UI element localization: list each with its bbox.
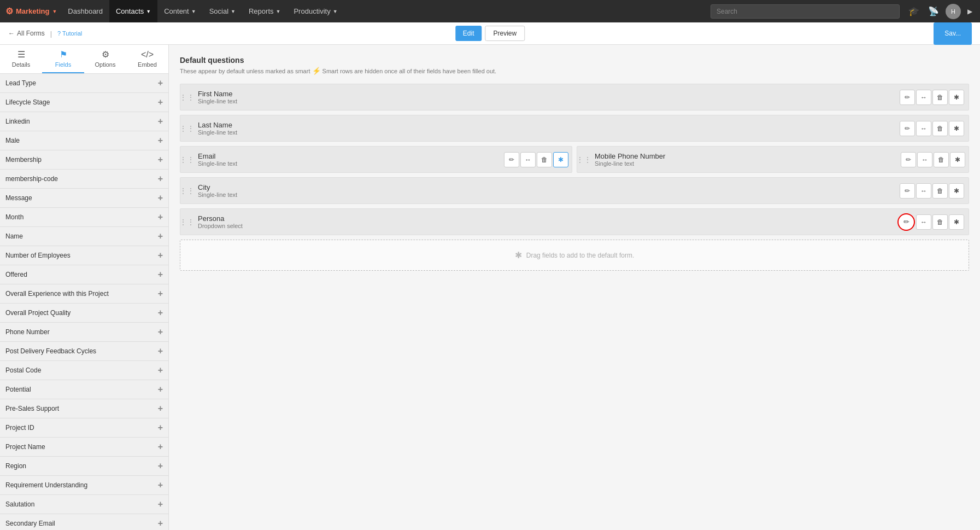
nav-dashboard[interactable]: Dashboard <box>61 0 109 22</box>
sidebar-item-4[interactable]: Membership+ <box>0 150 168 170</box>
star-email-button[interactable]: ✱ <box>553 152 568 167</box>
star-first-name-button[interactable]: ✱ <box>949 90 964 105</box>
save-button[interactable]: Sav... <box>934 22 972 45</box>
sidebar-item-plus-1[interactable]: + <box>158 97 163 107</box>
back-link[interactable]: ← All Forms <box>8 30 45 37</box>
nav-productivity[interactable]: Productivity ▼ <box>287 0 344 22</box>
nav-reports[interactable]: Reports ▼ <box>242 0 287 22</box>
sidebar-item-19[interactable]: Project Name+ <box>0 438 168 457</box>
sidebar-item-11[interactable]: Overall Experience with this Project+ <box>0 284 168 304</box>
brand-logo[interactable]: ⚙ Marketing ▼ <box>5 6 57 16</box>
sidebar-item-plus-15[interactable]: + <box>158 365 163 375</box>
nav-social[interactable]: Social ▼ <box>203 0 242 22</box>
sidebar-item-1[interactable]: Lifecycle Stage+ <box>0 93 168 112</box>
tab-embed[interactable]: </> Embed <box>126 45 168 73</box>
expand-icon[interactable]: ▶ <box>965 5 975 18</box>
move-city-button[interactable]: ↔ <box>916 183 931 199</box>
sidebar-item-0[interactable]: Lead Type+ <box>0 74 168 93</box>
avatar[interactable]: H <box>946 4 961 19</box>
drag-handle-last-name[interactable]: ⋮⋮ <box>180 115 193 141</box>
drag-handle-city[interactable]: ⋮⋮ <box>180 178 193 203</box>
sidebar-item-label-22: Salutation <box>5 500 34 508</box>
nav-contacts[interactable]: Contacts ▼ <box>109 0 157 22</box>
sidebar-item-18[interactable]: Project ID+ <box>0 418 168 438</box>
sidebar-item-plus-16[interactable]: + <box>158 385 163 394</box>
drag-handle-persona[interactable]: ⋮⋮ <box>180 209 193 235</box>
edit-persona-button-highlighted[interactable]: ✏ <box>897 213 915 231</box>
search-input[interactable] <box>711 4 900 19</box>
sidebar-item-plus-11[interactable]: + <box>158 289 163 299</box>
preview-button[interactable]: Preview <box>485 26 525 41</box>
star-mobile-button[interactable]: ✱ <box>950 152 965 167</box>
sidebar-item-plus-2[interactable]: + <box>158 117 163 126</box>
sidebar-item-9[interactable]: Number of Employees+ <box>0 246 168 265</box>
notification-icon[interactable]: 📡 <box>926 4 941 19</box>
sidebar-item-14[interactable]: Post Delivery Feedback Cycles+ <box>0 342 168 361</box>
sidebar-item-plus-18[interactable]: + <box>158 423 163 433</box>
sidebar-item-8[interactable]: Name+ <box>0 227 168 246</box>
star-last-name-button[interactable]: ✱ <box>949 121 964 136</box>
star-city-button[interactable]: ✱ <box>949 183 964 199</box>
move-email-button[interactable]: ↔ <box>520 152 536 167</box>
sidebar-item-20[interactable]: Region+ <box>0 457 168 476</box>
sidebar-item-plus-12[interactable]: + <box>158 308 163 318</box>
sidebar-item-plus-3[interactable]: + <box>158 136 163 145</box>
edit-first-name-button[interactable]: ✏ <box>900 90 915 105</box>
move-persona-button[interactable]: ↔ <box>916 214 931 230</box>
tab-details[interactable]: ☰ Details <box>0 45 42 73</box>
delete-first-name-button[interactable]: 🗑 <box>932 90 948 105</box>
drag-handle-mobile[interactable]: ⋮⋮ <box>577 155 590 164</box>
sidebar-item-2[interactable]: Linkedin+ <box>0 112 168 131</box>
edit-city-button[interactable]: ✏ <box>900 183 915 199</box>
sidebar-item-13[interactable]: Phone Number+ <box>0 323 168 342</box>
graduation-icon[interactable]: 🎓 <box>906 4 922 19</box>
delete-email-button[interactable]: 🗑 <box>537 152 552 167</box>
sidebar-item-plus-7[interactable]: + <box>158 212 163 222</box>
sidebar-item-plus-22[interactable]: + <box>158 499 163 509</box>
sidebar-item-plus-13[interactable]: + <box>158 327 163 337</box>
sidebar-item-5[interactable]: membership-code+ <box>0 170 168 189</box>
sidebar-item-plus-10[interactable]: + <box>158 270 163 279</box>
sidebar-item-plus-19[interactable]: + <box>158 442 163 452</box>
tutorial-link[interactable]: ? Tutorial <box>57 30 82 37</box>
sidebar-item-22[interactable]: Salutation+ <box>0 495 168 514</box>
star-persona-button[interactable]: ✱ <box>949 214 964 230</box>
sidebar-item-17[interactable]: Pre-Sales Support+ <box>0 399 168 418</box>
sidebar-item-plus-21[interactable]: + <box>158 480 163 490</box>
move-first-name-button[interactable]: ↔ <box>916 90 931 105</box>
sidebar-item-plus-20[interactable]: + <box>158 461 163 471</box>
edit-email-button[interactable]: ✏ <box>504 152 519 167</box>
sidebar-item-plus-4[interactable]: + <box>158 155 163 165</box>
sidebar-item-23[interactable]: Secondary Email+ <box>0 514 168 530</box>
sidebar-item-plus-14[interactable]: + <box>158 346 163 356</box>
sidebar-item-3[interactable]: Male+ <box>0 131 168 150</box>
drag-handle-first-name[interactable]: ⋮⋮ <box>180 84 193 110</box>
sidebar-item-plus-0[interactable]: + <box>158 78 163 88</box>
sidebar-item-plus-23[interactable]: + <box>158 519 163 528</box>
sidebar-item-12[interactable]: Overall Project Quality+ <box>0 304 168 323</box>
sidebar-item-6[interactable]: Message+ <box>0 189 168 208</box>
delete-last-name-button[interactable]: 🗑 <box>932 121 948 136</box>
sidebar-item-plus-17[interactable]: + <box>158 404 163 413</box>
sidebar-item-7[interactable]: Month+ <box>0 208 168 227</box>
move-last-name-button[interactable]: ↔ <box>916 121 931 136</box>
edit-last-name-button[interactable]: ✏ <box>900 121 915 136</box>
nav-content[interactable]: Content ▼ <box>157 0 202 22</box>
tab-options[interactable]: ⚙ Options <box>84 45 126 73</box>
sidebar-item-plus-8[interactable]: + <box>158 231 163 241</box>
sidebar-item-21[interactable]: Requirement Understanding+ <box>0 476 168 495</box>
sidebar-item-plus-5[interactable]: + <box>158 174 163 184</box>
delete-mobile-button[interactable]: 🗑 <box>934 152 949 167</box>
sidebar-item-plus-6[interactable]: + <box>158 193 163 203</box>
delete-persona-button[interactable]: 🗑 <box>932 214 948 230</box>
edit-mobile-button[interactable]: ✏ <box>901 152 916 167</box>
sidebar-item-15[interactable]: Postal Code+ <box>0 361 168 380</box>
tab-fields[interactable]: ⚑ Fields <box>42 45 84 73</box>
edit-button[interactable]: Edit <box>455 26 482 41</box>
drag-handle-email[interactable]: ⋮⋮ <box>180 155 193 164</box>
sidebar-item-16[interactable]: Potential+ <box>0 380 168 399</box>
sidebar-item-10[interactable]: Offered+ <box>0 265 168 284</box>
delete-city-button[interactable]: 🗑 <box>932 183 948 199</box>
move-mobile-button[interactable]: ↔ <box>917 152 932 167</box>
sidebar-item-plus-9[interactable]: + <box>158 251 163 260</box>
